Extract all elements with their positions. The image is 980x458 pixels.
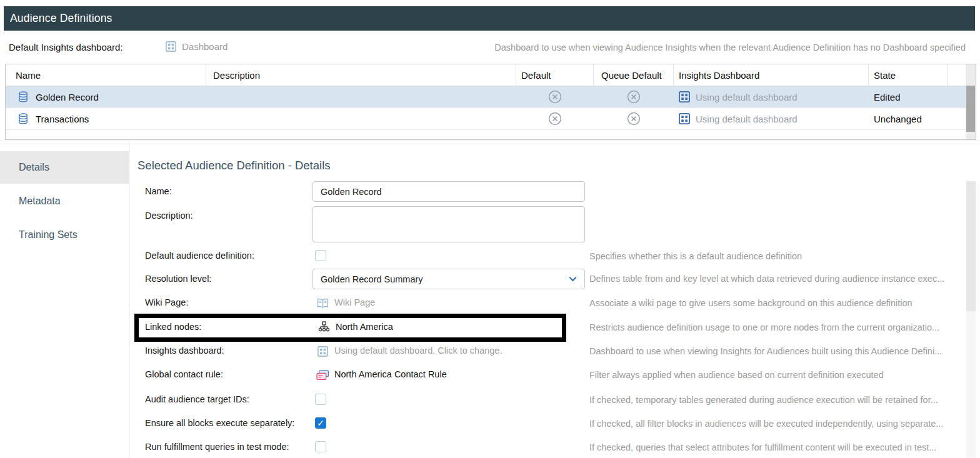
default-insights-dashboard-label: Default Insights dashboard: — [9, 42, 123, 52]
row-description — [206, 108, 516, 129]
default-audience-definition-label: Default audience definition: — [145, 251, 254, 261]
row-state: Unchanged — [869, 108, 948, 129]
database-icon — [18, 91, 28, 102]
column-header-description[interactable]: Description — [206, 64, 516, 86]
run-fulfillment-queries-checkbox[interactable]: ✓ — [315, 441, 326, 452]
insights-dashboard-hint: Dashboard to use when viewing Insights f… — [589, 346, 942, 356]
linked-nodes-value[interactable]: North America — [336, 322, 393, 332]
default-dashboard-picker[interactable]: Dashboard — [166, 41, 228, 52]
run-fulfillment-queries-hint: If checked, queries that select attribut… — [589, 442, 936, 452]
linked-nodes-hint: Restricts audience definition usage to o… — [589, 322, 939, 332]
dashboard-icon[interactable] — [318, 346, 328, 357]
resolution-level-value: Golden Record Summary — [321, 274, 569, 284]
global-contact-rule-label: Global contact rule: — [145, 369, 223, 379]
table-row-transactions[interactable]: Transactions — [6, 108, 966, 130]
sidebar-item-training-sets[interactable]: Training Sets — [0, 219, 129, 251]
run-fulfillment-queries-label: Run fulfillment queries in test mode: — [145, 442, 289, 452]
column-header-name[interactable]: Name — [6, 64, 206, 86]
table-body: Golden Record — [6, 86, 976, 130]
wiki-page-label: Wiki Page: — [145, 297, 188, 307]
row-name: Golden Record — [36, 92, 99, 102]
panel-scrollbar[interactable] — [966, 181, 976, 458]
dashboard-icon — [679, 91, 690, 102]
ensure-all-blocks-execute-separately-label: Ensure all blocks execute separately: — [145, 418, 294, 428]
column-header-default[interactable]: Default — [516, 64, 594, 86]
ensure-all-blocks-execute-separately-hint: If checked, all filter blocks in audienc… — [589, 419, 943, 429]
queue-default-not-set-icon — [594, 108, 674, 129]
sidebar-item-details[interactable]: Details — [0, 151, 129, 184]
global-contact-rule-value[interactable]: North America Contact Rule — [334, 369, 447, 379]
audit-audience-target-ids-hint: If checked, temporary tables generated d… — [589, 395, 938, 405]
wiki-page-value[interactable]: Wiki Page — [334, 297, 375, 307]
row-name: Transactions — [36, 114, 89, 124]
row-state: Edited — [869, 86, 948, 107]
table-scrollbar[interactable] — [966, 64, 976, 139]
row-description — [206, 86, 516, 107]
audit-audience-target-ids-checkbox[interactable]: ✓ — [315, 394, 326, 405]
database-icon — [18, 113, 28, 124]
default-dashboard-hint: Dashboard to use when viewing Audience I… — [494, 42, 966, 52]
resolution-level-hint: Defines table from and key level at whic… — [589, 274, 944, 284]
description-label: Description: — [145, 211, 193, 221]
ensure-all-blocks-execute-separately-checkbox[interactable]: ✓ — [315, 417, 326, 429]
linked-nodes-label: Linked nodes: — [145, 322, 201, 332]
column-header-queue-default[interactable]: Queue Default — [594, 64, 674, 86]
panel-scrollbar-thumb[interactable] — [966, 181, 976, 311]
default-not-set-icon — [516, 108, 594, 129]
insights-dashboard-label: Insights dashboard: — [145, 346, 224, 356]
chevron-down-icon — [569, 276, 577, 282]
audience-definitions-table: Name Description Default Queue Default I… — [5, 64, 976, 140]
insights-dashboard-value[interactable]: Using default dashboard. Click to change… — [334, 346, 502, 356]
audit-audience-target-ids-label: Audit audience target IDs: — [145, 394, 249, 404]
name-input[interactable] — [312, 181, 585, 202]
global-contact-rule-hint: Filter always applied when audience base… — [589, 370, 884, 380]
column-header-filler — [948, 64, 966, 86]
name-label: Name: — [145, 186, 172, 196]
resolution-level-select[interactable]: Golden Record Summary — [312, 269, 585, 289]
dashboard-icon — [166, 41, 176, 52]
table-row-golden-record[interactable]: Golden Record — [6, 86, 966, 108]
details-panel-title: Selected Audience Definition - Details — [138, 159, 331, 172]
table-scrollbar-thumb[interactable] — [966, 86, 975, 132]
default-audience-definition-checkbox[interactable]: ✓ — [315, 250, 326, 261]
sidebar-tabs: Details Metadata Training Sets — [0, 141, 129, 458]
audience-definitions-page: Audience Definitions Default Insights da… — [0, 0, 980, 458]
default-dashboard-value: Dashboard — [182, 41, 228, 52]
wiki-page-hint: Associate a wiki page to give users some… — [589, 298, 912, 308]
page-title: Audience Definitions — [4, 6, 975, 31]
row-insights-dashboard: Using default dashboard — [696, 92, 798, 102]
column-header-insights-dashboard[interactable]: Insights Dashboard — [674, 64, 869, 86]
description-textarea[interactable] — [312, 206, 585, 242]
queue-default-not-set-icon — [594, 86, 674, 107]
row-insights-dashboard: Using default dashboard — [696, 114, 798, 124]
default-audience-definition-hint: Specifies whether this is a default audi… — [589, 251, 802, 261]
linked-nodes-icon[interactable] — [318, 321, 330, 332]
wiki-book-icon[interactable] — [317, 298, 329, 309]
table-header-row: Name Description Default Queue Default I… — [6, 64, 966, 86]
column-header-state[interactable]: State — [869, 64, 948, 86]
resolution-level-label: Resolution level: — [145, 274, 211, 284]
dashboard-icon — [679, 113, 690, 124]
contact-rule-icon[interactable] — [316, 370, 329, 381]
default-not-set-icon — [516, 86, 594, 107]
sidebar-item-metadata[interactable]: Metadata — [0, 185, 129, 217]
